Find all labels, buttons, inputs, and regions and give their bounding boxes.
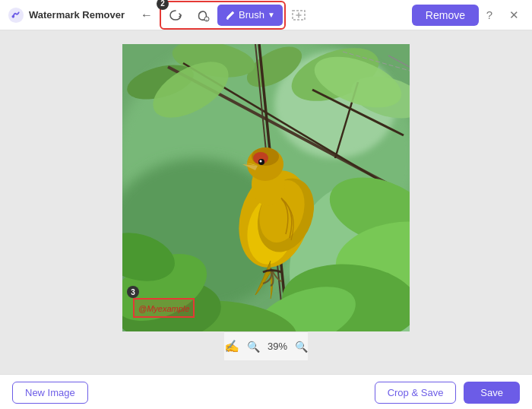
brush-chevron-icon: ▼ bbox=[268, 11, 275, 19]
erase-area-button[interactable] bbox=[286, 4, 312, 27]
hand-tool-icon[interactable]: ✍ bbox=[224, 339, 239, 354]
image-container: 3 @Myexample bbox=[122, 44, 410, 331]
svg-point-38 bbox=[260, 160, 262, 163]
back-icon: ← bbox=[141, 8, 153, 22]
lasso-tool-button[interactable] bbox=[163, 4, 188, 27]
remove-button[interactable]: Remove bbox=[412, 5, 479, 26]
crop-save-button[interactable]: Crop & Save bbox=[375, 382, 457, 404]
bird-image bbox=[122, 44, 410, 331]
svg-text:+: + bbox=[206, 17, 208, 22]
zoom-bar: ✍ 🔍 39% 🔍 bbox=[224, 331, 308, 360]
toolbar-group: 2 + Brush ▼ bbox=[160, 1, 286, 30]
app-title: Watermark Remover bbox=[29, 9, 125, 21]
footer-right: Crop & Save Save bbox=[375, 382, 520, 404]
svg-point-0 bbox=[8, 7, 24, 22]
app-logo: Watermark Remover bbox=[8, 7, 125, 24]
save-button[interactable]: Save bbox=[464, 382, 520, 404]
watermark-text: @Myexample bbox=[138, 304, 189, 313]
brush-label: Brush bbox=[239, 9, 264, 21]
title-bar-right: ? ✕ bbox=[479, 5, 524, 26]
app-logo-icon bbox=[8, 7, 24, 24]
zoom-level: 39% bbox=[268, 341, 287, 352]
zoom-in-icon[interactable]: 🔍 bbox=[247, 341, 260, 353]
brush-icon bbox=[225, 10, 236, 21]
help-icon: ? bbox=[486, 8, 492, 21]
polygon-icon: + bbox=[196, 8, 210, 22]
close-button[interactable]: ✕ bbox=[503, 5, 524, 26]
close-icon: ✕ bbox=[509, 8, 519, 22]
back-button[interactable]: ← bbox=[134, 4, 160, 27]
brush-button[interactable]: Brush ▼ bbox=[217, 5, 283, 26]
canvas-area: 3 @Myexample ✍ 🔍 39% 🔍 bbox=[0, 30, 532, 374]
watermark-selection-box: @Myexample bbox=[133, 298, 195, 318]
erase-area-icon bbox=[291, 8, 306, 22]
title-bar: Watermark Remover ← 2 + bbox=[0, 0, 532, 30]
help-button[interactable]: ? bbox=[479, 5, 500, 26]
footer: New Image Crop & Save Save bbox=[0, 374, 532, 409]
polygon-tool-button[interactable]: + bbox=[190, 4, 216, 27]
svg-point-1 bbox=[12, 15, 15, 18]
new-image-button[interactable]: New Image bbox=[12, 382, 88, 404]
lasso-icon bbox=[169, 8, 182, 22]
zoom-out-icon[interactable]: 🔍 bbox=[295, 341, 308, 353]
step-badge-3: 3 bbox=[127, 286, 139, 298]
